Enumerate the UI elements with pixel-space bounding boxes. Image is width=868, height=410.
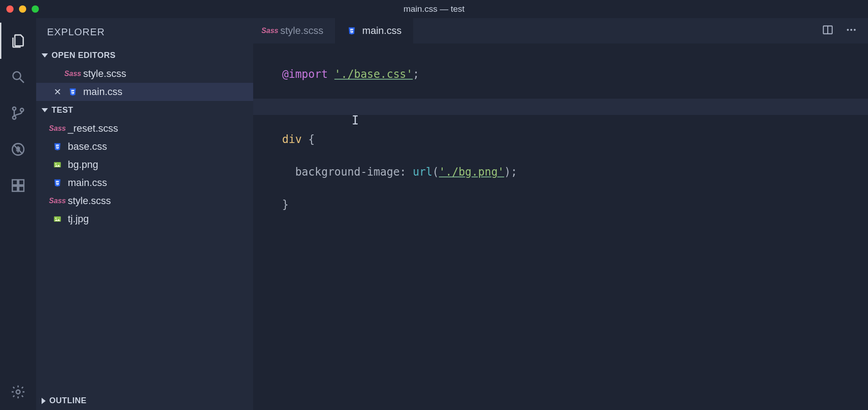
files-icon: [10, 33, 26, 48]
code-line: div {: [282, 131, 868, 148]
svg-point-3: [20, 108, 24, 111]
split-editor-button[interactable]: [822, 24, 834, 38]
file-item[interactable]: Sass _reset.scss: [36, 119, 253, 138]
svg-rect-7: [19, 186, 24, 191]
explorer-title: EXPLORER: [36, 18, 253, 46]
outline-label: OUTLINE: [49, 396, 87, 405]
folder-label: TEST: [52, 105, 73, 115]
open-editors-label: OPEN EDITORS: [52, 51, 116, 60]
tab-label: main.css: [362, 25, 401, 37]
file-name: tj.jpg: [68, 213, 89, 225]
file-name: base.css: [68, 141, 107, 153]
file-name: style.scss: [83, 68, 126, 80]
editor-area: Sass style.scss main.css @import './base…: [253, 18, 868, 410]
activity-source-control[interactable]: [0, 95, 36, 131]
file-item[interactable]: tj.jpg: [36, 210, 253, 228]
file-item[interactable]: bg.png: [36, 156, 253, 174]
svg-point-9: [16, 390, 20, 394]
svg-point-15: [847, 29, 849, 31]
tab-style-scss[interactable]: Sass style.scss: [253, 18, 335, 43]
folder-header[interactable]: TEST: [36, 101, 253, 119]
file-item[interactable]: base.css: [36, 138, 253, 156]
scss-file-icon: Sass: [68, 69, 78, 79]
branch-icon: [10, 105, 26, 121]
code-line: }: [282, 196, 868, 213]
image-file-icon: [52, 214, 62, 224]
window-title: main.css — test: [403, 4, 464, 14]
svg-point-17: [854, 29, 855, 31]
image-file-icon: [52, 160, 62, 170]
window-minimize-button[interactable]: [19, 5, 26, 13]
chevron-down-icon: [42, 108, 48, 112]
file-name: main.css: [68, 177, 107, 189]
file-item[interactable]: main.css: [36, 174, 253, 192]
file-name: main.css: [83, 86, 123, 98]
scss-file-icon: Sass: [52, 124, 62, 133]
activity-debug[interactable]: [0, 131, 36, 167]
titlebar: main.css — test: [0, 0, 868, 18]
editor-actions: [822, 18, 868, 43]
activity-extensions[interactable]: [0, 167, 36, 204]
svg-point-11: [55, 163, 57, 165]
svg-point-2: [13, 116, 16, 119]
svg-rect-6: [12, 186, 17, 191]
open-editors-header[interactable]: OPEN EDITORS: [36, 46, 253, 65]
code-line: @import './base.css';: [282, 66, 868, 82]
window-close-button[interactable]: [6, 5, 14, 13]
css-file-icon: [347, 26, 357, 36]
chevron-right-icon: [42, 398, 46, 404]
explorer-sidebar: EXPLORER OPEN EDITORS Sass style.scss ✕ …: [36, 18, 253, 410]
activity-search[interactable]: [0, 59, 36, 95]
svg-point-13: [55, 218, 57, 219]
activity-explorer[interactable]: [0, 23, 36, 59]
outline-header[interactable]: OUTLINE: [36, 391, 253, 410]
chevron-down-icon: [42, 53, 48, 57]
gear-icon: [10, 384, 26, 400]
css-file-icon: [52, 142, 62, 152]
workbench: EXPLORER OPEN EDITORS Sass style.scss ✕ …: [0, 18, 868, 410]
open-editor-item-active[interactable]: ✕ main.css: [36, 83, 253, 101]
debug-disabled-icon: [10, 142, 26, 157]
code-line: background-image: url('./bg.png');: [282, 164, 868, 180]
file-name: bg.png: [68, 159, 98, 171]
scss-file-icon: Sass: [52, 196, 62, 206]
close-icon[interactable]: ✕: [54, 87, 61, 96]
tab-bar: Sass style.scss main.css: [253, 18, 868, 43]
window-zoom-button[interactable]: [32, 5, 39, 13]
more-actions-button[interactable]: [845, 24, 857, 38]
scss-file-icon: Sass: [265, 26, 275, 36]
svg-point-1: [13, 107, 16, 110]
extensions-icon: [10, 178, 26, 193]
css-file-icon: [52, 178, 62, 188]
svg-point-16: [850, 29, 852, 31]
window-controls: [6, 5, 39, 13]
file-item[interactable]: Sass style.scss: [36, 192, 253, 210]
search-icon: [10, 69, 26, 85]
tab-main-css[interactable]: main.css: [335, 18, 413, 43]
code-line: [282, 99, 868, 115]
text-cursor-icon: I: [352, 112, 353, 125]
tab-label: style.scss: [280, 25, 323, 37]
activity-settings[interactable]: [0, 374, 36, 410]
activity-bar: [0, 18, 36, 410]
file-name: style.scss: [68, 195, 111, 207]
svg-rect-8: [19, 180, 24, 185]
svg-rect-5: [12, 180, 17, 185]
svg-point-0: [13, 72, 21, 80]
css-file-icon: [68, 87, 78, 97]
file-name: _reset.scss: [68, 123, 118, 134]
code-editor[interactable]: @import './base.css'; div { background-i…: [253, 43, 868, 410]
open-editor-item[interactable]: Sass style.scss: [36, 65, 253, 83]
